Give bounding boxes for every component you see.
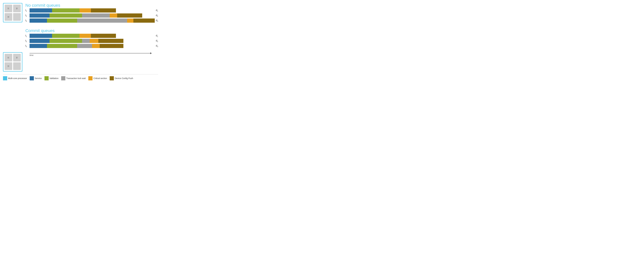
legend-color-lock — [61, 76, 65, 80]
commit-bar-t3 — [30, 44, 155, 48]
left-panels: t1 t2 t3 t1 t2 t3 — [3, 3, 22, 72]
time-axis-arrow — [150, 52, 152, 54]
commit-title: Commit queues — [25, 28, 158, 33]
legend-item-lock: Transaction lock wait — [61, 76, 86, 80]
cell-t1-top: t1 — [5, 5, 12, 12]
cell-t3-bottom: t3 — [5, 62, 12, 70]
legend-color-device — [110, 76, 114, 80]
legend-label-processor: Multi-core processor — [8, 77, 27, 79]
seg-validation — [52, 8, 80, 12]
seg-validation — [50, 13, 82, 17]
no-commit-bar-t1 — [30, 8, 155, 12]
no-commit-label-t1: t1 — [25, 9, 30, 12]
seg-service — [30, 13, 50, 17]
seg-service — [30, 39, 50, 43]
main-container: t1 t2 t3 t1 t2 t3 No commit queues t1 — [3, 3, 158, 72]
seg-validation — [47, 18, 77, 23]
seg-critical — [110, 13, 117, 17]
seg-spacer — [116, 34, 155, 38]
seg-critical — [127, 18, 134, 23]
seg-device — [134, 18, 155, 23]
commit-bar-t2 — [30, 39, 155, 43]
time-axis-line — [30, 53, 152, 53]
cell-t3-top: t3 — [5, 13, 12, 21]
no-commit-end-t2: d2 — [156, 14, 158, 17]
seg-critical — [90, 39, 98, 43]
commit-section: Commit queues t1 d1 t2 — [25, 28, 158, 49]
no-commit-end-t1: d1 — [156, 9, 158, 12]
time-axis-line-container — [30, 53, 152, 53]
right-content: No commit queues t1 d1 t2 — [25, 3, 158, 72]
legend-item-validation: Validation — [44, 76, 58, 80]
seg-spacer — [116, 8, 155, 12]
seg-device — [91, 8, 116, 12]
bottom-processor-box: t1 t2 t3 — [3, 52, 22, 72]
commit-row-t2: t2 d2 — [25, 39, 158, 43]
commit-label-t2: t2 — [25, 39, 30, 42]
no-commit-bar-t2 — [30, 13, 155, 17]
seg-service — [30, 8, 52, 12]
commit-end-t3: d3 — [156, 44, 158, 47]
seg-device — [98, 39, 124, 43]
seg-critical — [80, 34, 91, 38]
legend-section: Multi-core processor Service Validation … — [3, 74, 158, 80]
seg-validation — [47, 44, 77, 48]
cell-empty-top — [13, 13, 21, 21]
legend-label-device: Device Config Push — [115, 77, 133, 79]
commit-label-t1: t1 — [25, 34, 30, 37]
seg-critical — [80, 8, 91, 12]
cell-t1-bottom: t1 — [5, 54, 12, 61]
seg-lock — [82, 39, 90, 43]
legend-item-device: Device Config Push — [110, 76, 133, 80]
commit-end-t2: d2 — [156, 39, 158, 42]
commit-bar-t1 — [30, 34, 155, 38]
legend-label-validation: Validation — [50, 77, 58, 79]
commit-row-t3: t3 d3 — [25, 44, 158, 48]
legend-color-service — [30, 76, 34, 80]
commit-label-t3: t3 — [25, 44, 30, 47]
seg-device — [117, 13, 142, 17]
legend-item-processor: Multi-core processor — [3, 76, 27, 80]
no-commit-bar-t3 — [30, 18, 155, 23]
no-commit-label-t3: t3 — [25, 19, 30, 22]
no-commit-row-t3: t3 d3 — [25, 18, 158, 23]
commit-row-t1: t1 d1 — [25, 34, 158, 38]
seg-service — [30, 34, 52, 38]
legend-color-processor — [3, 76, 7, 80]
seg-lock — [77, 44, 92, 48]
legend-item-service: Service — [30, 76, 42, 80]
top-processor-box: t1 t2 t3 — [3, 3, 22, 22]
legend-color-validation — [44, 76, 49, 80]
seg-lock — [77, 18, 127, 23]
seg-spacer — [142, 13, 155, 17]
no-commit-label-t2: t2 — [25, 14, 30, 17]
time-axis-wrapper: time — [25, 53, 158, 56]
cell-t2-bottom: t2 — [13, 54, 21, 61]
no-commit-row-t1: t1 d1 — [25, 8, 158, 12]
legend-label-critical: Critical section — [94, 77, 107, 79]
seg-validation — [52, 34, 80, 38]
cell-empty-bottom — [13, 62, 21, 70]
seg-validation — [50, 39, 82, 43]
seg-spacer — [124, 44, 155, 48]
seg-device — [100, 44, 124, 48]
commit-end-t1: d1 — [156, 34, 158, 37]
legend-label-service: Service — [35, 77, 42, 79]
no-commit-title: No commit queues — [25, 3, 158, 8]
no-commit-section: No commit queues t1 d1 t2 — [25, 3, 158, 23]
legend-item-critical: Critical section — [88, 76, 107, 80]
no-commit-row-t2: t2 d2 — [25, 13, 158, 17]
seg-spacer — [124, 39, 155, 43]
seg-service — [30, 44, 47, 48]
no-commit-end-t3: d3 — [156, 19, 158, 22]
time-label: time — [30, 54, 158, 56]
seg-critical — [92, 44, 100, 48]
legend-color-critical — [88, 76, 92, 80]
cell-t2-top: t2 — [13, 5, 21, 12]
seg-service — [30, 18, 47, 23]
seg-lock — [82, 13, 110, 17]
seg-device — [91, 34, 116, 38]
legend-label-lock: Transaction lock wait — [66, 77, 86, 79]
